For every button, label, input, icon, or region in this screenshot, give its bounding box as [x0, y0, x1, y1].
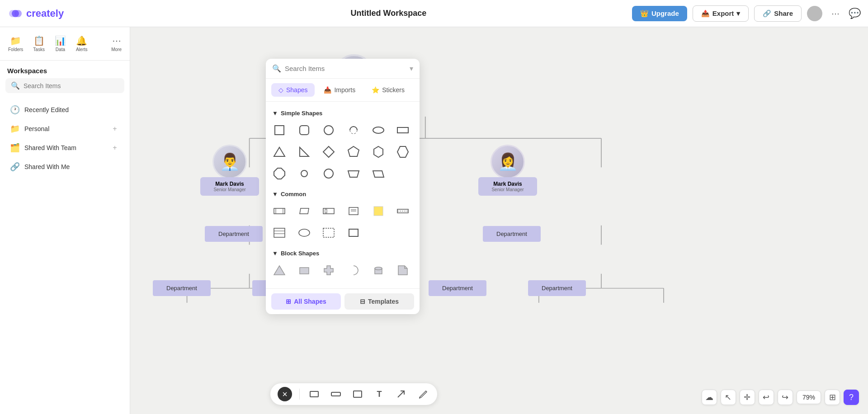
chevron-down-icon: ▾	[736, 9, 740, 18]
shape-small-circle[interactable]	[294, 164, 314, 183]
templates-icon: ⊟	[360, 298, 365, 305]
shape-trapezoid[interactable]	[344, 164, 363, 183]
shape-block-rect[interactable]	[294, 260, 314, 280]
pen-tool[interactable]	[415, 387, 430, 401]
more-options-button[interactable]: ⋯	[828, 6, 843, 21]
shape-process[interactable]	[269, 201, 289, 221]
add-team-button[interactable]: +	[110, 143, 120, 153]
shape-octagon[interactable]	[269, 164, 289, 183]
shape-sticky[interactable]	[368, 201, 388, 221]
shape-hexagon2[interactable]	[393, 142, 413, 162]
sidebar-tool-tasks-label: Tasks	[33, 47, 45, 52]
sidebar-tool-tasks[interactable]: 📋 Tasks	[28, 33, 49, 55]
sidebar-tool-folders[interactable]: 📁 Folders	[4, 33, 28, 55]
canvas-area[interactable]: 👨‍💼 Mark Davis Senior Manager 👨‍💼 Mark D…	[130, 27, 868, 414]
data-icon: 📊	[55, 35, 66, 46]
sidebar-item-personal[interactable]: 📁 Personal +	[3, 119, 127, 138]
l2-left-name: Mark Davis	[208, 181, 252, 187]
rectangle-tool[interactable]	[307, 387, 321, 401]
sidebar-item-shared-with-me[interactable]: 🔗 Shared With Me	[3, 157, 127, 176]
workspace-title[interactable]: Untitled Workspace	[347, 7, 627, 20]
cursor-icon[interactable]: ↖	[721, 390, 736, 405]
shape-square[interactable]	[269, 120, 289, 140]
stickers-tab-icon: ⭐	[372, 86, 379, 94]
shape-divider[interactable]	[393, 201, 413, 221]
templates-button[interactable]: ⊟ Templates	[344, 293, 414, 310]
all-shapes-button[interactable]: ⊞ All Shapes	[271, 293, 341, 310]
shape-search-input[interactable]	[285, 65, 406, 72]
cloud-save-icon[interactable]: ☁	[702, 390, 717, 405]
frame-tool[interactable]	[350, 387, 365, 401]
shape-container[interactable]	[319, 223, 339, 243]
add-personal-button[interactable]: +	[110, 124, 120, 134]
undo-button[interactable]: ↩	[759, 390, 774, 405]
svg-rect-54	[349, 229, 358, 236]
sidebar-tool-more[interactable]: ⋯ More	[107, 33, 126, 55]
shape-circle2[interactable]	[319, 164, 339, 183]
shape-hexagon[interactable]	[368, 142, 388, 162]
sidebar-tool-alerts[interactable]: 🔔 Alerts	[71, 33, 92, 55]
comments-icon[interactable]: 💬	[849, 8, 861, 19]
text-tool[interactable]: T	[372, 387, 387, 401]
more-icon: ⋯	[112, 35, 121, 46]
shape-pentagon[interactable]	[344, 142, 363, 162]
shape-oval[interactable]	[294, 223, 314, 243]
shape-triangle[interactable]	[269, 142, 289, 162]
common-shapes-grid	[269, 199, 416, 246]
arrow-tool[interactable]	[394, 387, 408, 401]
block-shapes-grid	[269, 259, 416, 284]
tab-stickers[interactable]: ⭐ Stickers	[364, 83, 412, 97]
shape-block-crescent[interactable]	[344, 260, 363, 280]
svg-marker-28	[323, 146, 334, 157]
svg-rect-60	[331, 392, 340, 396]
crown-icon: 👑	[640, 9, 649, 18]
logo-text: creately	[26, 8, 64, 19]
shape-right-triangle[interactable]	[294, 142, 314, 162]
shape-block-triangle[interactable]	[269, 260, 289, 280]
grid-button[interactable]: ⊞	[825, 390, 840, 405]
shape-data[interactable]	[294, 201, 314, 221]
zoom-level[interactable]: 79%	[797, 390, 821, 404]
sidebar-tool-data[interactable]: 📊 Data	[50, 33, 71, 55]
shape-connector[interactable]	[319, 201, 339, 221]
close-button[interactable]: ×	[278, 387, 292, 401]
redo-button[interactable]: ↪	[778, 390, 793, 405]
share-button[interactable]: 🔗 Share	[754, 5, 802, 22]
tab-shapes[interactable]: ◇ Shapes	[271, 83, 315, 97]
svg-marker-36	[373, 171, 384, 177]
help-button[interactable]: ?	[844, 390, 859, 405]
shape-cylinder[interactable]	[368, 260, 388, 280]
upgrade-button[interactable]: 👑 Upgrade	[632, 6, 687, 21]
sidebar-item-recently-edited[interactable]: 🕐 Recently Edited	[3, 100, 127, 119]
svg-point-33	[301, 170, 307, 177]
wide-rect-tool[interactable]	[329, 387, 343, 401]
svg-point-24	[373, 127, 384, 133]
shape-note[interactable]	[344, 201, 363, 221]
svg-point-52	[299, 229, 310, 236]
sidebar-search[interactable]: 🔍	[5, 78, 124, 93]
move-icon[interactable]: ✛	[740, 390, 755, 405]
sidebar-item-shared-with-team[interactable]: 🗂️ Shared With Team +	[3, 138, 127, 157]
shape-list[interactable]	[269, 223, 289, 243]
svg-marker-30	[374, 146, 383, 157]
sidebar-search-input[interactable]	[24, 82, 119, 89]
shape-rounded-rect[interactable]	[294, 120, 314, 140]
export-button[interactable]: 📤 Export ▾	[693, 5, 749, 22]
tab-imports[interactable]: 📥 Imports	[316, 83, 363, 97]
common-header[interactable]: ▼ Common	[269, 187, 416, 199]
bottom-toolbar: × T	[270, 383, 437, 405]
shape-parallelogram[interactable]	[368, 164, 388, 183]
simple-shapes-header[interactable]: ▼ Simple Shapes	[269, 106, 416, 118]
tasks-icon: 📋	[33, 35, 45, 46]
shape-page[interactable]	[393, 260, 413, 280]
shape-frame[interactable]	[344, 223, 363, 243]
sidebar-tool-folders-label: Folders	[8, 47, 23, 52]
shape-arc[interactable]	[344, 120, 363, 140]
shape-circle[interactable]	[319, 120, 339, 140]
shape-diamond[interactable]	[319, 142, 339, 162]
block-shapes-header[interactable]: ▼ Block Shapes	[269, 246, 416, 259]
shape-ellipse[interactable]	[368, 120, 388, 140]
shape-wide-rect[interactable]	[393, 120, 413, 140]
shape-block-cross[interactable]	[319, 260, 339, 280]
l2-right-name: Mark Davis	[486, 181, 530, 187]
